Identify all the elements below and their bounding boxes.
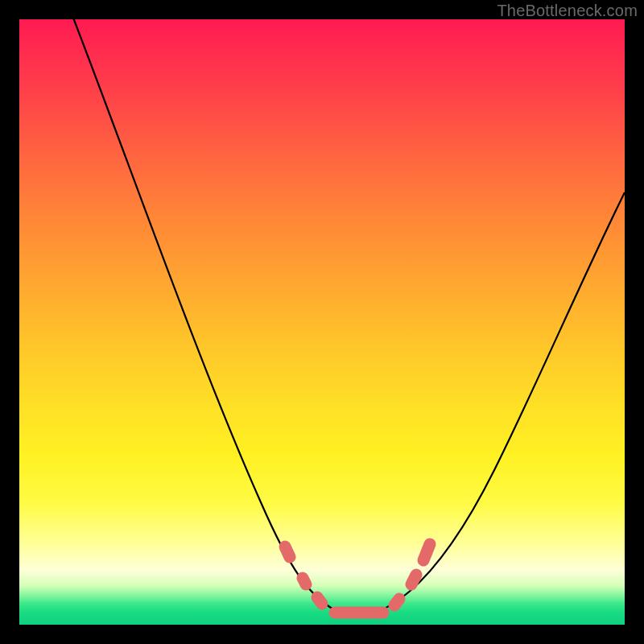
plot-area xyxy=(19,19,625,625)
trough-markers xyxy=(285,544,430,613)
curve-left-branch xyxy=(68,3,341,613)
chart-frame: TheBottleneck.com xyxy=(0,0,644,644)
bottleneck-curve xyxy=(19,19,625,625)
watermark-text: TheBottleneck.com xyxy=(497,2,638,20)
curve-right-branch xyxy=(374,192,625,613)
